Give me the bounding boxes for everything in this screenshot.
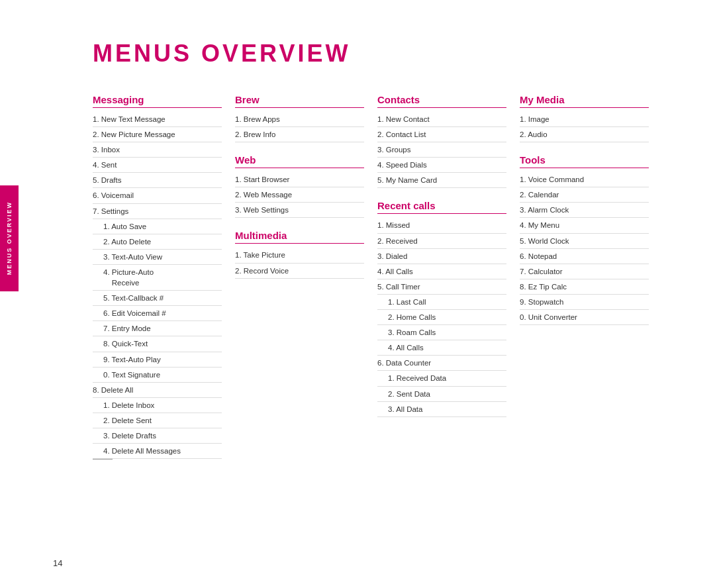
list-item: 2. Home Calls [377,310,506,325]
page-number: 14 [53,558,62,568]
page-title: MENUS OVERVIEW [93,40,662,68]
section-header-recent-calls: Recent calls [377,200,506,214]
list-item: 1. Brew Apps [235,112,364,127]
list-item: 1. Last Call [377,295,506,310]
section-header-messaging: Messaging [93,94,222,108]
list-item: 4. All Calls [377,340,506,356]
list-item: 2. Record Voice [235,264,364,279]
list-item: 2. New Picture Message [93,127,222,142]
list-item: 4. My Menu [520,218,649,233]
list-item: 7. Entry Mode [93,321,222,336]
list-item: 6. Data Counter [377,356,506,371]
list-item: 1. Image [520,112,649,127]
list-item: 3. Alarm Clock [520,203,649,218]
list-item: 3. Delete Drafts [93,428,222,444]
section-header-tools: Tools [520,154,649,168]
list-item: 4. Delete All Messages [93,444,222,459]
list-item: 5. My Name Card [377,173,506,188]
list-item: 1. Start Browser [235,172,364,187]
list-item: 1. Take Picture [235,248,364,263]
list-item: 2. Contact List [377,127,506,142]
decorative-line [93,459,113,460]
column-messaging: Messaging 1. New Text Message 2. New Pic… [93,94,235,459]
list-item: 6. Notepad [520,249,649,264]
list-item: 3. Text-Auto View [93,250,222,265]
list-item: 0. Unit Converter [520,310,649,325]
list-item: 7. Settings [93,204,222,219]
list-item: 6. Voicemail [93,188,222,203]
list-item: 0. Text Signature [93,368,222,383]
list-item: 5. Text-Callback # [93,291,222,306]
list-item: 4. Picture-Auto Receive [93,265,222,291]
list-item: 5. Call Timer [377,279,506,295]
list-item: 1. Received Data [377,371,506,386]
list-item: 2. Auto Delete [93,234,222,250]
list-item: 3. Inbox [93,142,222,158]
sidebar-tab-label: MENUS OVERVIEW [6,201,13,275]
list-item: 9. Text-Auto Play [93,352,222,368]
list-item: 7. Calculator [520,264,649,279]
list-item: 9. Stopwatch [520,295,649,310]
list-item: 6. Edit Voicemail # [93,306,222,321]
list-item: 8. Ez Tip Calc [520,279,649,295]
column-my-media: My Media 1. Image 2. Audio Tools 1. Voic… [520,94,662,459]
section-header-web: Web [235,154,364,168]
list-item: 1. Auto Save [93,219,222,234]
list-item: 2. Audio [520,127,649,142]
list-item: 3. Roam Calls [377,325,506,340]
list-item: 8. Quick-Text [93,336,222,352]
list-item: 3. All Data [377,402,506,417]
section-header-contacts: Contacts [377,94,506,108]
list-item: 1. New Text Message [93,112,222,127]
list-item: 2. Delete Sent [93,413,222,428]
list-item: 2. Sent Data [377,387,506,402]
list-item: 1. Voice Command [520,172,649,187]
sidebar-tab: MENUS OVERVIEW [0,185,19,291]
section-header-brew: Brew [235,94,364,108]
list-item: 2. Received [377,234,506,249]
list-item: 3. Web Settings [235,203,364,218]
list-item: 3. Dialed [377,249,506,264]
column-brew: Brew 1. Brew Apps 2. Brew Info Web 1. St… [235,94,377,459]
page-container: MENUS OVERVIEW MENUS OVERVIEW Messaging … [0,0,715,588]
section-header-multimedia: Multimedia [235,230,364,244]
list-item: 1. New Contact [377,112,506,127]
list-item: 4. Speed Dials [377,158,506,173]
column-contacts: Contacts 1. New Contact 2. Contact List … [377,94,520,459]
list-item: 3. Groups [377,142,506,158]
list-item: 4. All Calls [377,264,506,279]
list-item: 2. Brew Info [235,127,364,142]
list-item: 5. World Clock [520,234,649,249]
list-item: 1. Delete Inbox [93,398,222,413]
list-item: 2. Calendar [520,187,649,203]
columns-wrapper: Messaging 1. New Text Message 2. New Pic… [93,94,662,459]
section-header-my-media: My Media [520,94,649,108]
list-item: 1. Missed [377,218,506,233]
list-item: 4. Sent [93,158,222,173]
list-item: 5. Drafts [93,173,222,188]
list-item: 8. Delete All [93,383,222,398]
list-item: 2. Web Message [235,187,364,203]
